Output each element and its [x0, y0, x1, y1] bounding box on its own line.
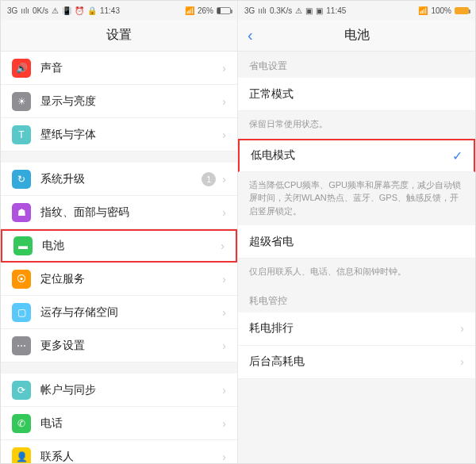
system-upgrade-icon: ↻: [12, 170, 31, 189]
display-icon: ☀: [12, 92, 31, 111]
sound-icon: 🔊: [12, 59, 31, 78]
settings-item-contacts[interactable]: 👤联系人›: [1, 440, 237, 463]
item-label: 定位服务: [40, 272, 222, 286]
settings-item-location[interactable]: ⦿定位服务›: [1, 263, 237, 296]
battery-panel: 3G ıılı 0.3K/s ⚠ ▣ ▣ 11:45 📶 100% ‹ 电池 省…: [238, 1, 475, 463]
storage-icon: ▢: [12, 303, 31, 322]
phone-icon: ✆: [12, 414, 31, 433]
vibrate-icon: 📳: [62, 6, 71, 15]
lock-icon: 🔒: [87, 6, 97, 15]
battery-icon: [217, 7, 231, 14]
item-description: 保留日常使用状态。: [238, 111, 475, 139]
net-label: 3G: [244, 6, 255, 15]
item-description: 仅启用联系人、电话、信息和闹钟时钟。: [238, 259, 475, 286]
settings-list[interactable]: 🔊声音›☀显示与亮度›T壁纸与字体›↻系统升级1›☗指纹、面部与密码›▬电池›⦿…: [1, 52, 237, 463]
section-header: 耗电管控: [238, 286, 475, 313]
header-left: 设置: [1, 20, 237, 52]
item-label: 电话: [40, 416, 222, 431]
item-label: 壁纸与字体: [40, 128, 222, 142]
contacts-icon: 👤: [12, 447, 31, 464]
chevron-right-icon: ›: [221, 240, 225, 252]
chevron-right-icon: ›: [222, 451, 226, 463]
settings-item-battery[interactable]: ▬电池›: [1, 229, 237, 263]
speed-label: 0.3K/s: [270, 6, 292, 15]
chevron-right-icon: ›: [222, 384, 226, 397]
battery-item-power-ranking[interactable]: 耗电排行›: [238, 313, 475, 346]
settings-item-sound[interactable]: 🔊声音›: [1, 52, 237, 85]
chevron-right-icon: ›: [222, 273, 226, 286]
battery-icon: ▬: [13, 236, 33, 255]
more-icon: ⋯: [12, 336, 31, 355]
item-label: 低电模式: [251, 148, 452, 163]
settings-item-wallpaper[interactable]: T壁纸与字体›: [1, 118, 237, 151]
battery-percent: 26%: [198, 6, 213, 15]
battery-icon: [455, 7, 469, 14]
chevron-right-icon: ›: [222, 417, 226, 430]
item-label: 联系人: [40, 450, 222, 464]
item-label: 指纹、面部与密码: [40, 205, 222, 220]
settings-item-display[interactable]: ☀显示与亮度›: [1, 85, 237, 118]
item-label: 后台高耗电: [249, 355, 460, 369]
chevron-right-icon: ›: [222, 339, 226, 352]
item-label: 运存与存储空间: [40, 305, 222, 320]
section-header: 省电设置: [238, 52, 475, 78]
item-label: 正常模式: [249, 87, 464, 102]
statusbar-left: 3G ıılı 0K/s ⚠ 📳 ⏰ 🔒 11:43 📶 26%: [1, 1, 237, 20]
battery-item-super-save[interactable]: 超级省电: [238, 225, 475, 259]
settings-item-account[interactable]: ⟳帐户与同步›: [1, 374, 237, 407]
fingerprint-icon: ☗: [12, 203, 31, 222]
check-icon: ✓: [452, 148, 463, 163]
card-icon: ▣: [305, 6, 313, 15]
wallpaper-icon: T: [12, 125, 31, 144]
settings-item-system-upgrade[interactable]: ↻系统升级1›: [1, 163, 237, 196]
wifi-icon: 📶: [185, 6, 194, 15]
back-button[interactable]: ‹: [248, 26, 253, 44]
settings-item-phone[interactable]: ✆电话›: [1, 407, 237, 440]
chevron-right-icon: ›: [222, 62, 226, 75]
settings-item-more[interactable]: ⋯更多设置›: [1, 329, 237, 362]
account-icon: ⟳: [12, 381, 31, 400]
signal-icon: ıılı: [21, 6, 29, 15]
alarm-icon: ⏰: [75, 6, 84, 15]
settings-item-fingerprint[interactable]: ☗指纹、面部与密码›: [1, 196, 237, 229]
battery-item-background-power[interactable]: 后台高耗电›: [238, 346, 475, 379]
chevron-right-icon: ›: [460, 322, 464, 335]
battery-item-normal-mode[interactable]: 正常模式: [238, 78, 475, 111]
time-label: 11:45: [326, 6, 346, 15]
chevron-right-icon: ›: [222, 95, 226, 108]
location-icon: ⦿: [12, 270, 31, 289]
speed-label: 0K/s: [33, 6, 48, 15]
time-label: 11:43: [100, 6, 120, 15]
chevron-right-icon: ›: [460, 355, 464, 368]
badge: 1: [202, 172, 216, 186]
settings-item-storage[interactable]: ▢运存与存储空间›: [1, 296, 237, 329]
item-label: 超级省电: [249, 235, 464, 249]
net-label: 3G: [7, 6, 17, 15]
item-label: 耗电排行: [249, 321, 460, 336]
settings-panel: 3G ıılı 0K/s ⚠ 📳 ⏰ 🔒 11:43 📶 26% 设置 🔊声音›…: [1, 1, 238, 463]
page-title: 电池: [344, 27, 370, 44]
chevron-right-icon: ›: [222, 173, 226, 186]
wifi-icon: 📶: [418, 6, 428, 15]
statusbar-right: 3G ıılı 0.3K/s ⚠ ▣ ▣ 11:45 📶 100%: [238, 1, 475, 20]
item-description: 适当降低CPU频率、GPU频率和屏幕亮度，减少自动锁屏时间，关闭WLAN热点、蓝…: [238, 172, 475, 226]
item-label: 更多设置: [40, 339, 222, 353]
battery-percent: 100%: [431, 6, 451, 15]
warn-icon: ⚠: [295, 6, 302, 15]
chevron-right-icon: ›: [222, 306, 226, 319]
item-label: 电池: [42, 239, 221, 253]
page-title: 设置: [106, 27, 132, 44]
card-icon-2: ▣: [316, 6, 323, 15]
header-right: ‹ 电池: [238, 20, 475, 52]
item-label: 显示与亮度: [40, 94, 222, 109]
item-label: 声音: [40, 61, 222, 75]
chevron-right-icon: ›: [222, 128, 226, 141]
warn-icon: ⚠: [52, 6, 59, 15]
signal-icon: ıılı: [258, 6, 267, 15]
battery-item-low-power-mode[interactable]: 低电模式✓: [238, 139, 475, 172]
item-label: 帐户与同步: [40, 383, 222, 397]
item-label: 系统升级: [40, 172, 202, 186]
chevron-right-icon: ›: [222, 206, 226, 219]
battery-settings-list[interactable]: 省电设置正常模式保留日常使用状态。低电模式✓适当降低CPU频率、GPU频率和屏幕…: [238, 52, 475, 463]
